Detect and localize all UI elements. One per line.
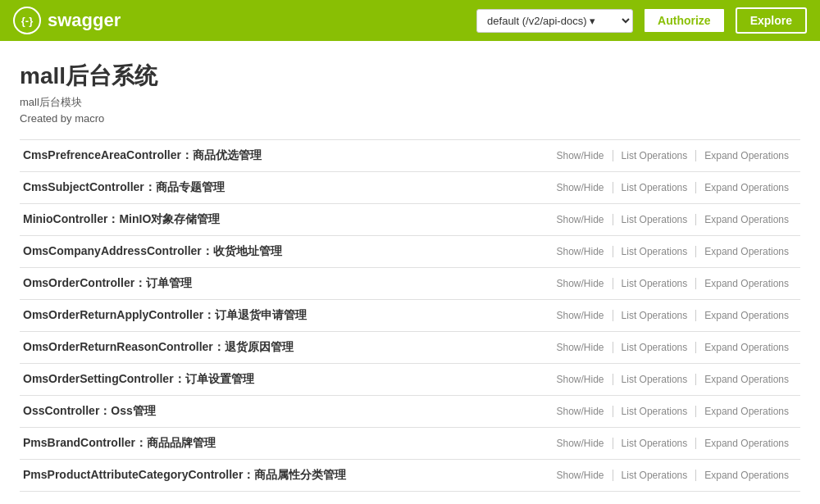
api-docs-select[interactable]: default (/v2/api-docs) ▾ (476, 9, 633, 33)
controller-name: OmsOrderController：订单管理 (23, 276, 549, 291)
app-subtitle: mall后台模块 (20, 95, 800, 110)
controller-actions: Show/HideList OperationsExpand Operation… (549, 310, 797, 321)
list-operations-link[interactable]: List Operations (613, 342, 697, 353)
show-hide-link[interactable]: Show/Hide (549, 342, 613, 353)
expand-operations-link[interactable]: Expand Operations (696, 310, 797, 321)
show-hide-link[interactable]: Show/Hide (549, 374, 613, 385)
controller-actions: Show/HideList OperationsExpand Operation… (549, 374, 797, 385)
list-operations-link[interactable]: List Operations (613, 310, 697, 321)
controller-row: OmsOrderController：订单管理Show/HideList Ope… (20, 267, 800, 299)
controller-actions: Show/HideList OperationsExpand Operation… (549, 342, 797, 353)
controller-name: MinioController：MinIO对象存储管理 (23, 212, 549, 227)
controller-row: OmsCompanyAddressController：收货地址管理Show/H… (20, 235, 800, 267)
expand-operations-link[interactable]: Expand Operations (696, 342, 797, 353)
controller-row: CmsPrefrenceAreaController：商品优选管理Show/Hi… (20, 139, 800, 171)
show-hide-link[interactable]: Show/Hide (549, 470, 613, 481)
controller-row: OmsOrderReturnReasonController：退货原因管理Sho… (20, 331, 800, 363)
controller-name: OmsOrderSettingController：订单设置管理 (23, 372, 549, 387)
list-operations-link[interactable]: List Operations (613, 406, 697, 417)
controller-actions: Show/HideList OperationsExpand Operation… (549, 214, 797, 225)
header-logo: {-} swagger (13, 7, 121, 34)
controller-list: CmsPrefrenceAreaController：商品优选管理Show/Hi… (20, 139, 800, 492)
show-hide-link[interactable]: Show/Hide (549, 214, 613, 225)
controller-row: OmsOrderReturnApplyController：订单退货申请管理Sh… (20, 299, 800, 331)
show-hide-link[interactable]: Show/Hide (549, 150, 613, 161)
controller-row: MinioController：MinIO对象存储管理Show/HideList… (20, 203, 800, 235)
list-operations-link[interactable]: List Operations (613, 470, 697, 481)
header: {-} swagger default (/v2/api-docs) ▾ Aut… (0, 0, 820, 41)
controller-actions: Show/HideList OperationsExpand Operation… (549, 406, 797, 417)
authorize-button[interactable]: Authorize (643, 7, 726, 34)
controller-name: OmsCompanyAddressController：收货地址管理 (23, 244, 549, 259)
controller-actions: Show/HideList OperationsExpand Operation… (549, 278, 797, 289)
controller-actions: Show/HideList OperationsExpand Operation… (549, 438, 797, 449)
controller-name: OssController：Oss管理 (23, 404, 549, 419)
expand-operations-link[interactable]: Expand Operations (696, 438, 797, 449)
controller-actions: Show/HideList OperationsExpand Operation… (549, 470, 797, 481)
swagger-logo-text: swagger (48, 10, 121, 31)
show-hide-link[interactable]: Show/Hide (549, 246, 613, 257)
expand-operations-link[interactable]: Expand Operations (696, 150, 797, 161)
controller-name: PmsProductAttributeCategoryController：商品… (23, 468, 549, 483)
controller-row: PmsProductAttributeCategoryController：商品… (20, 459, 800, 492)
swagger-logo-icon: {-} (13, 7, 41, 34)
expand-operations-link[interactable]: Expand Operations (696, 470, 797, 481)
list-operations-link[interactable]: List Operations (613, 214, 697, 225)
app-title: mall后台系统 (20, 61, 800, 92)
list-operations-link[interactable]: List Operations (613, 182, 697, 193)
controller-row: OssController：Oss管理Show/HideList Operati… (20, 395, 800, 427)
expand-operations-link[interactable]: Expand Operations (696, 246, 797, 257)
expand-operations-link[interactable]: Expand Operations (696, 214, 797, 225)
list-operations-link[interactable]: List Operations (613, 150, 697, 161)
expand-operations-link[interactable]: Expand Operations (696, 374, 797, 385)
show-hide-link[interactable]: Show/Hide (549, 310, 613, 321)
explore-button[interactable]: Explore (736, 7, 807, 34)
controller-actions: Show/HideList OperationsExpand Operation… (549, 182, 797, 193)
controller-name: CmsPrefrenceAreaController：商品优选管理 (23, 148, 549, 163)
controller-row: CmsSubjectController：商品专题管理Show/HideList… (20, 171, 800, 203)
list-operations-link[interactable]: List Operations (613, 374, 697, 385)
controller-name: CmsSubjectController：商品专题管理 (23, 180, 549, 195)
expand-operations-link[interactable]: Expand Operations (696, 278, 797, 289)
controller-name: PmsBrandController：商品品牌管理 (23, 436, 549, 451)
list-operations-link[interactable]: List Operations (613, 438, 697, 449)
expand-operations-link[interactable]: Expand Operations (696, 182, 797, 193)
show-hide-link[interactable]: Show/Hide (549, 278, 613, 289)
show-hide-link[interactable]: Show/Hide (549, 438, 613, 449)
controller-row: PmsBrandController：商品品牌管理Show/HideList O… (20, 427, 800, 459)
app-created-by: Created by macro (20, 112, 800, 125)
expand-operations-link[interactable]: Expand Operations (696, 406, 797, 417)
main-content: mall后台系统 mall后台模块 Created by macro CmsPr… (0, 41, 820, 504)
list-operations-link[interactable]: List Operations (613, 246, 697, 257)
show-hide-link[interactable]: Show/Hide (549, 182, 613, 193)
controller-name: OmsOrderReturnReasonController：退货原因管理 (23, 340, 549, 355)
controller-actions: Show/HideList OperationsExpand Operation… (549, 246, 797, 257)
controller-name: OmsOrderReturnApplyController：订单退货申请管理 (23, 308, 549, 323)
controller-row: OmsOrderSettingController：订单设置管理Show/Hid… (20, 363, 800, 395)
show-hide-link[interactable]: Show/Hide (549, 406, 613, 417)
list-operations-link[interactable]: List Operations (613, 278, 697, 289)
controller-actions: Show/HideList OperationsExpand Operation… (549, 150, 797, 161)
